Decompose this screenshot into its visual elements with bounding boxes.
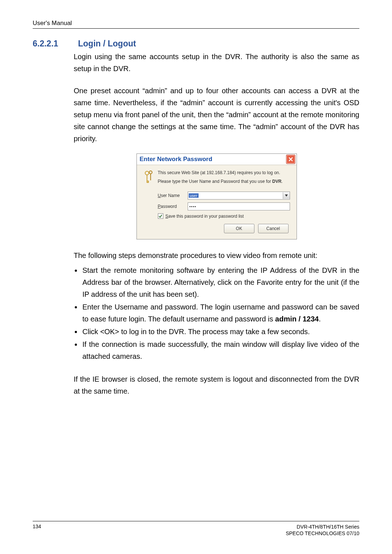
list-item: If the connection is made successfully, … bbox=[82, 338, 359, 362]
footer-company: SPECO TECHNOLOGIES 07/10 bbox=[286, 530, 359, 537]
login-dialog: Enter Network Password bbox=[136, 153, 297, 239]
list-item: Enter the Username and password. The log… bbox=[82, 301, 359, 325]
password-label: Password bbox=[158, 204, 184, 209]
svg-point-0 bbox=[145, 171, 149, 175]
header-running-title: User's Manual bbox=[33, 20, 359, 29]
dialog-title: Enter Network Password bbox=[140, 156, 212, 163]
username-value: user bbox=[189, 193, 199, 198]
password-field[interactable]: •••• bbox=[188, 202, 290, 210]
dialog-titlebar: Enter Network Password bbox=[137, 154, 297, 165]
steps-list: Start the remote monitoring software by … bbox=[74, 264, 359, 362]
dialog-instruction-1: This secure Web Site (at 192.168.7.184) … bbox=[158, 170, 290, 175]
list-item: Start the remote monitoring software by … bbox=[82, 264, 359, 300]
keys-icon bbox=[143, 170, 154, 186]
close-icon[interactable] bbox=[286, 155, 295, 164]
paragraph-1: Login using the same accounts setup in t… bbox=[74, 51, 359, 75]
save-password-label: Save this password in your password list bbox=[166, 214, 244, 219]
list-item: Click <OK> to log in to the DVR. The pro… bbox=[82, 326, 359, 338]
section-title: Login / Logout bbox=[78, 39, 136, 49]
paragraph-3: The following steps demonstrate procedur… bbox=[74, 250, 359, 262]
username-field[interactable]: user bbox=[188, 192, 290, 200]
paragraph-2: One preset account “admin” and up to fou… bbox=[74, 85, 359, 145]
ok-button[interactable]: OK bbox=[224, 224, 254, 233]
paragraph-4: If the IE browser is closed, the remote … bbox=[74, 373, 359, 397]
dialog-instruction-2: Please type the User Name and Password t… bbox=[158, 179, 290, 184]
save-password-checkbox[interactable] bbox=[158, 213, 163, 219]
password-value: •••• bbox=[189, 204, 196, 209]
chevron-down-icon[interactable] bbox=[283, 192, 290, 199]
cancel-button[interactable]: Cancel bbox=[258, 224, 289, 233]
username-label: User Name bbox=[158, 193, 184, 198]
footer-series: DVR-4TH/8TH/16TH Series bbox=[286, 524, 359, 530]
page-number: 134 bbox=[33, 524, 41, 529]
svg-point-1 bbox=[149, 171, 152, 174]
section-number: 6.2.2.1 bbox=[33, 39, 67, 49]
